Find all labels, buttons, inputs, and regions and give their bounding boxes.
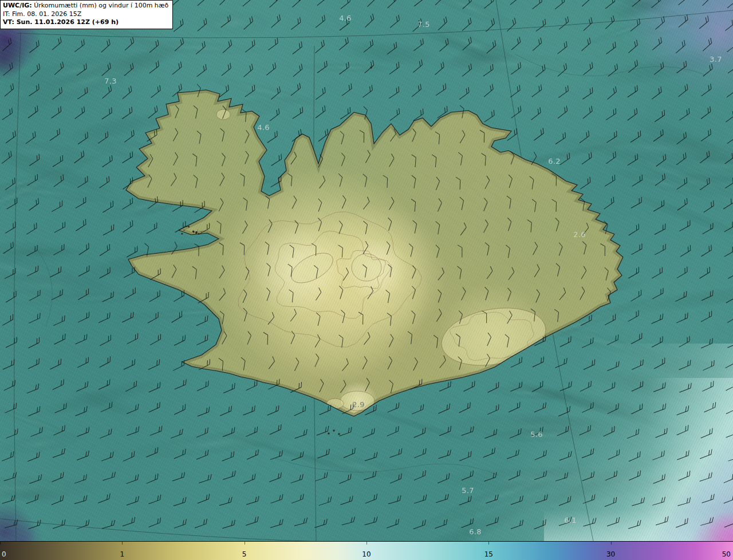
- colorbar-tick-mark: [245, 542, 245, 545]
- colorbar-tick-mark: [488, 542, 489, 545]
- map-info-box: UWC/IG: Úrkomumætti (mm) og vindur í 100…: [0, 0, 173, 29]
- colorbar-tick-mark: [0, 542, 1, 545]
- weather-map-viewport: 4.67.53.77.34.66.22.62.95.65.76.16.8 UWC…: [0, 0, 733, 560]
- colorbar-tick-mark: [122, 542, 123, 545]
- colorbar-tick-mark: [611, 542, 612, 545]
- colorbar-tick-mark: [366, 542, 367, 545]
- colorbar-tick-label: 50: [722, 550, 731, 558]
- colorbar-tick-label: 10: [362, 550, 371, 558]
- product-title: Úrkomumætti (mm) og vindur í 100m hæð: [34, 2, 168, 9]
- product-code: UWC/IG:: [3, 2, 32, 9]
- precipitation-wind-map: [0, 0, 733, 541]
- valid-time: VT: Sun. 11.01.2026 12Z (+69 h): [3, 18, 168, 27]
- precipitation-colorbar: 01510153050: [0, 541, 733, 560]
- product-title-line: UWC/IG: Úrkomumætti (mm) og vindur í 100…: [3, 2, 168, 10]
- colorbar-tick-label: 0: [2, 550, 6, 558]
- colorbar-tick-label: 1: [120, 550, 125, 558]
- colorbar-tick-label: 30: [606, 550, 615, 558]
- init-time: IT: Fim. 08. 01. 2026 15Z: [3, 10, 168, 19]
- colorbar-tick-label: 5: [242, 550, 247, 558]
- colorbar-tick-label: 15: [484, 550, 493, 558]
